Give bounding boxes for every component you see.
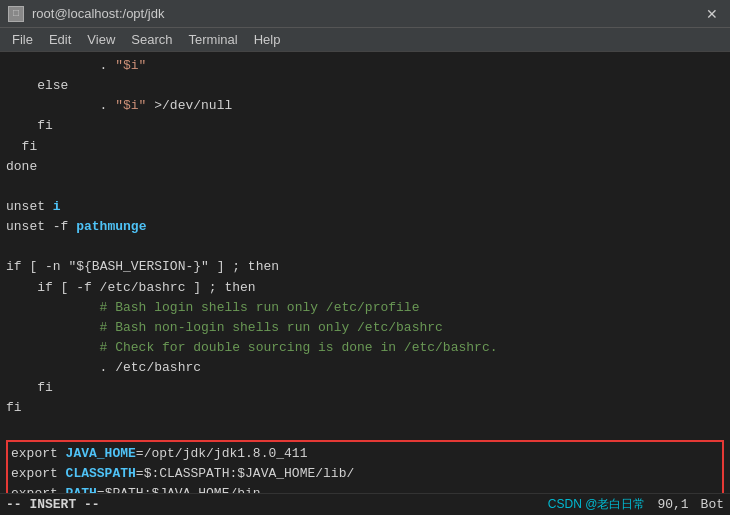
- code-line-3: . "$i" >/dev/null: [6, 96, 724, 116]
- insert-mode-indicator: -- INSERT --: [6, 497, 100, 512]
- menu-search[interactable]: Search: [123, 30, 180, 49]
- title-bar-left: □ root@localhost:/opt/jdk: [8, 6, 164, 22]
- terminal-body: . "$i" else . "$i" >/dev/null fi fi done…: [0, 52, 730, 515]
- code-line-2: else: [6, 76, 724, 96]
- export-line-2: export CLASSPATH=$:CLASSPATH:$JAVA_HOME/…: [11, 464, 719, 484]
- code-line-8: unset i: [6, 197, 724, 217]
- menu-edit[interactable]: Edit: [41, 30, 79, 49]
- code-line-17: fi: [6, 378, 724, 398]
- window-title: root@localhost:/opt/jdk: [32, 6, 164, 21]
- code-line-5: fi: [6, 137, 724, 157]
- menu-terminal[interactable]: Terminal: [181, 30, 246, 49]
- code-area: . "$i" else . "$i" >/dev/null fi fi done…: [6, 56, 724, 511]
- menu-help[interactable]: Help: [246, 30, 289, 49]
- close-button[interactable]: ✕: [702, 6, 722, 22]
- window-icon: □: [8, 6, 24, 22]
- menu-file[interactable]: File: [4, 30, 41, 49]
- code-line-7: [6, 177, 724, 197]
- code-line-18: fi: [6, 398, 724, 418]
- code-line-14: # Bash non-login shells run only /etc/ba…: [6, 318, 724, 338]
- code-line-9: unset -f pathmunge: [6, 217, 724, 237]
- code-line-12: if [ -f /etc/bashrc ] ; then: [6, 278, 724, 298]
- code-line-19: [6, 419, 724, 439]
- title-bar: □ root@localhost:/opt/jdk ✕: [0, 0, 730, 28]
- menu-bar: File Edit View Search Terminal Help: [0, 28, 730, 52]
- status-bar: -- INSERT -- CSDN @老白日常 90,1 Bot: [0, 493, 730, 515]
- code-line-10: [6, 237, 724, 257]
- code-line-1: . "$i": [6, 56, 724, 76]
- menu-view[interactable]: View: [79, 30, 123, 49]
- code-line-13: # Bash login shells run only /etc/profil…: [6, 298, 724, 318]
- status-right: CSDN @老白日常 90,1 Bot: [548, 496, 724, 513]
- code-line-6: done: [6, 157, 724, 177]
- code-line-4: fi: [6, 116, 724, 136]
- scroll-position: Bot: [701, 497, 724, 512]
- code-line-15: # Check for double sourcing is done in /…: [6, 338, 724, 358]
- cursor-position: 90,1: [657, 497, 688, 512]
- code-line-11: if [ -n "${BASH_VERSION-}" ] ; then: [6, 257, 724, 277]
- export-line-1: export JAVA_HOME=/opt/jdk/jdk1.8.0_411: [11, 444, 719, 464]
- code-line-16: . /etc/bashrc: [6, 358, 724, 378]
- watermark-text: CSDN @老白日常: [548, 496, 646, 513]
